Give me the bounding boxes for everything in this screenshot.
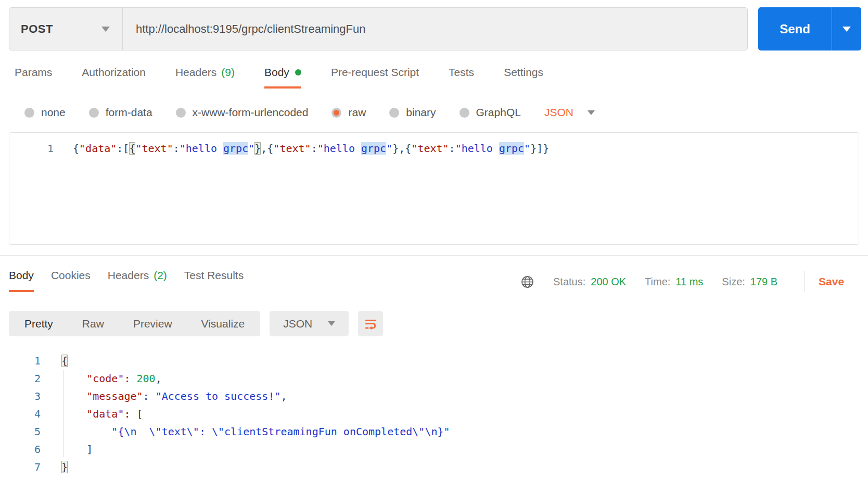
line-content: } <box>41 458 68 476</box>
code-token: ] <box>86 443 93 456</box>
code-token: [ <box>123 142 129 155</box>
request-tab-authorization[interactable]: Authorization <box>82 66 146 89</box>
code-token: : <box>143 390 156 402</box>
code-token: } <box>254 142 261 155</box>
tab-count-badge: (2) <box>154 269 167 282</box>
code-token: , <box>156 372 162 385</box>
tab-label: Headers <box>108 269 149 282</box>
code-token: " <box>248 142 254 155</box>
globe-icon <box>520 275 534 289</box>
response-view-visualize[interactable]: Visualize <box>201 318 245 330</box>
tab-label: Pre-request Script <box>331 66 419 79</box>
line-number: 4 <box>0 405 41 423</box>
radio-label: none <box>41 106 66 119</box>
language-label: JSON <box>283 318 312 330</box>
tab-count-badge: (9) <box>221 66 235 79</box>
response-body-code[interactable]: 1{2 "code": 200,3 "message": "Access to … <box>0 352 868 476</box>
status-label: Status: <box>553 276 585 288</box>
url-bar: POST http://localhost:9195/grpc/clientSt… <box>9 7 748 51</box>
chevron-down-icon <box>843 27 851 32</box>
code-token: "text" <box>135 142 173 155</box>
code-token: " <box>386 142 392 155</box>
tab-label: Test Results <box>184 269 244 282</box>
response-line-4: 4 "data": [ <box>0 405 868 423</box>
code-token: { <box>129 142 135 155</box>
request-tab-headers[interactable]: Headers(9) <box>175 66 235 89</box>
code-token: { <box>267 142 273 155</box>
radio-icon <box>89 108 99 118</box>
request-tab-body[interactable]: Body <box>264 66 301 89</box>
request-tab-pre-request-script[interactable]: Pre-request Script <box>331 66 419 89</box>
response-line-3: 3 "message": "Access to success!", <box>0 387 868 405</box>
tab-label: Cookies <box>51 269 91 282</box>
response-header: BodyCookiesHeaders(2)Test Results Status… <box>0 256 868 292</box>
radio-label: GraphQL <box>476 106 521 119</box>
code-token: , <box>261 142 267 155</box>
send-options-button[interactable] <box>832 7 861 51</box>
wrap-text-button[interactable] <box>358 311 383 336</box>
request-tab-settings[interactable]: Settings <box>504 66 543 89</box>
code-token: } <box>543 142 549 155</box>
radio-label: form-data <box>106 106 152 119</box>
response-view-preview[interactable]: Preview <box>133 318 172 330</box>
chevron-down-icon <box>328 321 335 326</box>
url-input[interactable]: http://localhost:9195/grpc/clientStreami… <box>123 8 747 50</box>
response-language-selector[interactable]: JSON <box>270 311 349 336</box>
code-token: } <box>530 142 537 155</box>
body-type-none[interactable]: none <box>24 106 66 119</box>
method-selector[interactable]: POST <box>9 8 123 50</box>
code-token: " <box>524 142 530 155</box>
response-line-2: 2 "code": 200, <box>0 370 868 387</box>
response-tab-test-results[interactable]: Test Results <box>184 269 244 292</box>
response-toolbar: PrettyRawPreviewVisualize JSON <box>9 311 859 336</box>
response-view-raw[interactable]: Raw <box>82 318 104 330</box>
separator <box>805 271 805 292</box>
line-number-gutter: 1 <box>9 140 54 244</box>
send-button[interactable]: Send <box>758 7 832 51</box>
body-type-raw[interactable]: raw <box>331 106 366 119</box>
time-value: 11 ms <box>675 276 703 288</box>
code-token: "{\n \"text\": \"clientStreamingFun onCo… <box>111 425 450 438</box>
line-number: 7 <box>0 458 41 476</box>
radio-label: raw <box>348 106 366 119</box>
line-number: 2 <box>0 370 41 387</box>
body-language-selector[interactable]: JSON <box>544 106 595 119</box>
tab-label: Body <box>264 66 289 79</box>
code-token <box>61 425 111 438</box>
status-value: 200 OK <box>591 276 626 288</box>
line-number: 3 <box>0 387 41 405</box>
body-type-row: noneform-datax-www-form-urlencodedrawbin… <box>0 89 868 119</box>
radio-label: binary <box>406 106 436 119</box>
body-type-graphql[interactable]: GraphQL <box>459 106 521 119</box>
tab-label: Tests <box>449 66 474 79</box>
response-tab-body[interactable]: Body <box>9 269 34 292</box>
chevron-down-icon <box>588 110 595 115</box>
code-token: "message" <box>86 390 143 402</box>
request-body-editor[interactable]: 1 {"data":[{"text":"hello grpc"},{"text"… <box>9 132 859 245</box>
language-label: JSON <box>544 106 573 119</box>
request-tab-params[interactable]: Params <box>15 66 52 89</box>
body-type-form-data[interactable]: form-data <box>89 106 152 119</box>
code-token: "hello <box>180 142 223 155</box>
response-line-6: 6 ] <box>0 440 868 458</box>
line-content: ] <box>41 440 93 458</box>
response-line-1: 1{ <box>0 352 868 370</box>
code-token: { <box>61 355 68 367</box>
code-token: "code" <box>86 372 124 385</box>
line-content: "message": "Access to success!", <box>41 387 287 405</box>
code-token <box>61 443 86 456</box>
request-url-row: POST http://localhost:9195/grpc/clientSt… <box>0 0 868 51</box>
code-token: : <box>124 408 136 420</box>
body-type-x-www-form-urlencoded[interactable]: x-www-form-urlencoded <box>176 106 309 119</box>
response-tab-cookies[interactable]: Cookies <box>51 269 91 292</box>
indent-guide <box>63 370 63 457</box>
code-token: } <box>61 461 68 473</box>
response-tab-headers[interactable]: Headers(2) <box>108 269 167 292</box>
request-tab-tests[interactable]: Tests <box>449 66 474 89</box>
code-token: : <box>173 142 180 155</box>
code-token: , <box>280 390 287 402</box>
code-token: ] <box>537 142 543 155</box>
save-response-button[interactable]: Save <box>819 275 844 288</box>
body-type-binary[interactable]: binary <box>389 106 436 119</box>
response-view-pretty[interactable]: Pretty <box>24 318 53 330</box>
